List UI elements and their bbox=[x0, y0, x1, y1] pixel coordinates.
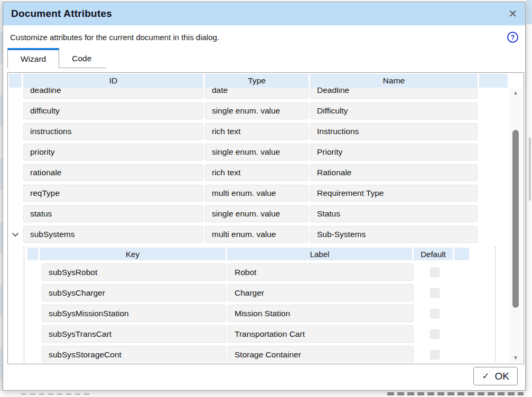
attribute-name-cell[interactable]: Instructions bbox=[310, 123, 478, 140]
background-page-right-sliver bbox=[526, 0, 532, 397]
default-cell bbox=[415, 268, 454, 277]
attribute-id-cell[interactable]: reqType bbox=[23, 185, 203, 202]
check-icon: ✓ bbox=[482, 371, 489, 382]
attribute-name-cell[interactable]: Rationale bbox=[310, 164, 478, 181]
tab-code[interactable]: Code bbox=[59, 48, 104, 68]
dialog-titlebar: Document Attributes ✕ bbox=[3, 2, 525, 25]
subsystems-header-row: KeyLabelDefault bbox=[27, 248, 492, 260]
help-icon[interactable]: ? bbox=[507, 32, 518, 43]
subsystem-key-cell[interactable]: subSysStorageCont bbox=[42, 346, 226, 363]
table-row[interactable]: subSystemsmulti enum. valueSub-Systems bbox=[9, 226, 508, 243]
background-page-bottom-strip bbox=[0, 391, 532, 397]
attribute-id-cell[interactable]: priority bbox=[23, 144, 203, 160]
expander-spacer bbox=[9, 144, 22, 160]
attribute-name-cell[interactable]: Status bbox=[310, 205, 478, 222]
header-filler bbox=[479, 74, 508, 88]
column-header-default: Default bbox=[414, 248, 453, 260]
subsystem-row[interactable]: subSysRobotRobot bbox=[27, 263, 492, 281]
attribute-type-cell[interactable]: rich text bbox=[205, 164, 309, 181]
background-text-fragment bbox=[21, 393, 90, 395]
column-header-label: Label bbox=[227, 248, 412, 260]
column-header-type: Type bbox=[205, 74, 309, 88]
attribute-id-cell[interactable]: subSystems bbox=[23, 226, 203, 243]
table-header-row: ID Type Name bbox=[9, 74, 508, 88]
subsystem-key-cell[interactable]: subSysCharger bbox=[42, 284, 226, 301]
scroll-up-icon[interactable]: ▲ bbox=[513, 89, 518, 97]
attributes-table-panel: ID Type Name deadlinedateDeadlinedifficu… bbox=[7, 72, 524, 364]
attribute-id-cell[interactable]: rationale bbox=[23, 164, 203, 181]
default-checkbox[interactable] bbox=[430, 309, 440, 318]
attribute-type-cell[interactable]: single enum. value bbox=[205, 205, 309, 222]
tab-bar-edge bbox=[104, 48, 106, 68]
attribute-type-cell[interactable]: multi enum. value bbox=[205, 185, 309, 202]
subsystem-row[interactable]: subSysChargerCharger bbox=[27, 284, 492, 301]
ok-button[interactable]: ✓ OK bbox=[473, 367, 518, 385]
subsystem-label-cell[interactable]: Charger bbox=[228, 284, 414, 301]
chevron-down-icon[interactable] bbox=[9, 226, 22, 243]
attribute-name-cell[interactable]: Sub-Systems bbox=[310, 226, 478, 243]
table-row[interactable]: instructionsrich textInstructions bbox=[9, 123, 508, 140]
subsystems-table: KeyLabelDefaultsubSysRobotRobotsubSysCha… bbox=[24, 247, 496, 363]
attribute-type-cell[interactable]: multi enum. value bbox=[205, 226, 309, 243]
dialog-subtitle-row: Customize attributes for the current doc… bbox=[3, 25, 525, 43]
subtable-corner-cell bbox=[27, 248, 38, 260]
ok-button-label: OK bbox=[495, 371, 509, 382]
close-icon[interactable]: ✕ bbox=[508, 8, 517, 19]
vertical-scrollbar[interactable]: ▲ ▼ bbox=[509, 89, 522, 362]
attribute-id-cell[interactable]: difficulty bbox=[23, 102, 203, 119]
subsystem-label-cell[interactable]: Mission Station bbox=[228, 305, 414, 322]
attribute-type-cell[interactable]: single enum. value bbox=[205, 102, 309, 119]
attribute-name-cell[interactable]: Priority bbox=[310, 144, 478, 160]
table-row[interactable]: reqTypemulti enum. valueRequirement Type bbox=[9, 185, 508, 202]
expander-spacer bbox=[9, 102, 22, 119]
expander-spacer bbox=[9, 185, 22, 202]
subsystem-row[interactable]: subSysTransCartTransportation Cart bbox=[27, 325, 492, 343]
background-page-scrollbar-fragment bbox=[529, 137, 531, 201]
expander-column-header bbox=[9, 74, 22, 88]
default-cell bbox=[415, 329, 454, 339]
default-cell bbox=[415, 309, 454, 318]
background-text-fragment bbox=[387, 392, 524, 395]
column-header-key: Key bbox=[40, 248, 226, 260]
subsystem-key-cell[interactable]: subSysMissionStation bbox=[42, 305, 226, 322]
default-cell bbox=[415, 288, 454, 298]
expander-spacer bbox=[9, 205, 22, 222]
default-cell bbox=[415, 350, 454, 360]
attribute-rows: deadlinedateDeadlinedifficultysingle enu… bbox=[9, 74, 508, 363]
dialog-title: Document Attributes bbox=[11, 8, 112, 20]
subsystem-label-cell[interactable]: Robot bbox=[228, 263, 414, 281]
table-row[interactable]: rationalerich textRationale bbox=[9, 164, 508, 181]
attribute-type-cell[interactable]: single enum. value bbox=[205, 144, 309, 160]
dialog-footer: ✓ OK bbox=[473, 367, 518, 385]
attribute-name-cell[interactable]: Requirement Type bbox=[310, 185, 478, 202]
table-row[interactable]: prioritysingle enum. valuePriority bbox=[9, 144, 508, 160]
column-header-id: ID bbox=[23, 74, 203, 88]
subsystem-row[interactable]: subSysMissionStationMission Station bbox=[27, 305, 492, 322]
attribute-id-cell[interactable]: instructions bbox=[23, 123, 203, 140]
tab-wizard[interactable]: Wizard bbox=[7, 48, 59, 68]
column-header-name: Name bbox=[310, 74, 478, 88]
expander-spacer bbox=[9, 123, 22, 140]
scroll-down-icon[interactable]: ▼ bbox=[513, 354, 518, 362]
subsystem-label-cell[interactable]: Storage Container bbox=[228, 346, 414, 363]
table-row[interactable]: statussingle enum. valueStatus bbox=[9, 205, 508, 222]
subsystem-key-cell[interactable]: subSysTransCart bbox=[42, 325, 226, 343]
default-checkbox[interactable] bbox=[430, 329, 440, 339]
subsystem-key-cell[interactable]: subSysRobot bbox=[42, 263, 226, 281]
tab-bar: Wizard Code bbox=[7, 48, 525, 68]
default-checkbox[interactable] bbox=[430, 350, 440, 360]
default-checkbox[interactable] bbox=[430, 288, 440, 298]
scrollbar-thumb[interactable] bbox=[512, 130, 519, 308]
default-checkbox[interactable] bbox=[430, 268, 440, 277]
expander-spacer bbox=[9, 164, 22, 181]
subsystem-label-cell[interactable]: Transportation Cart bbox=[228, 325, 414, 343]
subsystem-row[interactable]: subSysStorageContStorage Container bbox=[27, 346, 492, 363]
attribute-name-cell[interactable]: Difficulty bbox=[310, 102, 478, 119]
dialog-subtitle: Customize attributes for the current doc… bbox=[10, 33, 219, 42]
attribute-type-cell[interactable]: rich text bbox=[205, 123, 309, 140]
background-page-header-fragment bbox=[527, 0, 532, 24]
table-row[interactable]: difficultysingle enum. valueDifficulty bbox=[9, 102, 508, 119]
attribute-id-cell[interactable]: status bbox=[23, 205, 203, 222]
subtable-filler-cell bbox=[454, 248, 469, 260]
document-attributes-dialog: Document Attributes ✕ Customize attribut… bbox=[3, 2, 526, 391]
